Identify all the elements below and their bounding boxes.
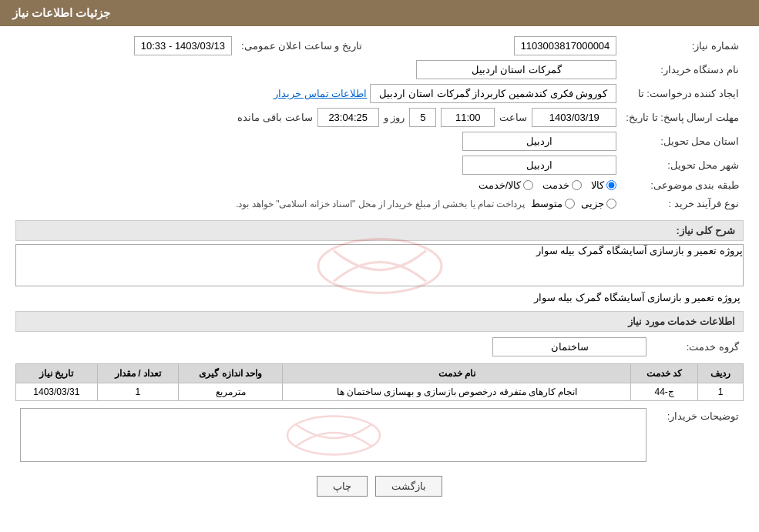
process-motavasset-label: متوسط: [531, 198, 563, 209]
td-row-num: 1: [698, 383, 744, 401]
category-khedmat-radio[interactable]: [572, 180, 582, 190]
process-row: جزیی متوسط پرداخت تمام یا بخشی از مبلغ خ…: [20, 198, 616, 209]
description-area: [15, 244, 744, 290]
process-jozvi-label: جزیی: [581, 198, 604, 209]
row-category: طبقه بندی موضوعی: کالا خدمت: [15, 177, 744, 193]
row-process: نوع فرآیند خرید : جزیی متوسط پرداخت تمام…: [15, 193, 744, 214]
th-unit: واحد اندازه گیری: [179, 364, 283, 383]
org-box: گمرکات استان اردبیل: [416, 60, 616, 79]
deadline-value: 1403/03/19 ساعت 11:00 5 روز و 23:04:25 س…: [15, 105, 621, 129]
request-number-label: شماره نیاز:: [621, 34, 744, 58]
row-province: استان محل تحویل: اردبیل: [15, 129, 744, 153]
th-quantity: تعداد / مقدار: [97, 364, 179, 383]
back-button[interactable]: بازگشت: [375, 476, 442, 497]
main-content: شماره نیاز: 1103003817000004 تاریخ و ساع…: [0, 26, 759, 514]
row-org: نام دستگاه خریدار: گمرکات استان اردبیل: [15, 58, 744, 82]
deadline-label: مهلت ارسال پاسخ: تا تاریخ:: [621, 105, 744, 129]
process-label: نوع فرآیند خرید :: [621, 193, 744, 214]
category-kala-label: کالا: [591, 179, 604, 191]
category-kala-khedmat-label: کالا/خدمت: [479, 179, 522, 191]
category-kala-item: کالا: [591, 179, 616, 191]
td-service-code: ج-44: [631, 383, 698, 401]
creator-label: ایجاد کننده درخواست: تا: [621, 82, 744, 105]
info-table: شماره نیاز: 1103003817000004 تاریخ و ساع…: [15, 34, 744, 214]
th-service-code: کد خدمت: [631, 364, 698, 383]
category-kala-khedmat-item: کالا/خدمت: [479, 179, 534, 191]
announcement-box: 1403/03/13 - 10:33: [134, 36, 232, 55]
deadline-date-box: 1403/03/19: [532, 108, 616, 127]
creator-row: کوروش فکری کندشمین کاربرداز گمرکات استان…: [20, 84, 616, 103]
category-radio-group: کالا خدمت کالا/خدمت: [20, 179, 616, 191]
td-unit: مترمربع: [179, 383, 283, 401]
deadline-days-box: 5: [409, 108, 436, 127]
category-khedmat-item: خدمت: [542, 179, 582, 191]
creator-box: کوروش فکری کندشمین کاربرداز گمرکات استان…: [370, 84, 616, 103]
buyer-notes-area: [20, 408, 646, 464]
process-motavasset-radio[interactable]: [565, 199, 575, 209]
province-box: اردبیل: [462, 132, 616, 151]
province-label: استان محل تحویل:: [621, 129, 744, 153]
services-header-row: ردیف کد خدمت نام خدمت واحد اندازه گیری ت…: [16, 364, 744, 383]
page-wrapper: جزئیات اطلاعات نیاز شماره نیاز: 11030038…: [0, 0, 759, 532]
services-section-label: اطلاعات خدمات مورد نیاز: [628, 316, 735, 327]
service-group-label: گروه خدمت:: [651, 335, 744, 359]
row-deadline: مهلت ارسال پاسخ: تا تاریخ: 1403/03/19 سا…: [15, 105, 744, 129]
category-radios: کالا خدمت کالا/خدمت: [15, 177, 621, 193]
page-title: جزئیات اطلاعات نیاز: [12, 6, 110, 19]
creator-value: کوروش فکری کندشمین کاربرداز گمرکات استان…: [15, 82, 621, 105]
row-buyer-notes: توضیحات خریدار:: [15, 406, 744, 467]
services-section-header: اطلاعات خدمات مورد نیاز: [15, 311, 744, 332]
service-group-value: ساختمان: [15, 335, 651, 359]
service-group-table: گروه خدمت: ساختمان: [15, 335, 744, 359]
deadline-remain-label: ساعت باقی مانده: [237, 112, 312, 123]
print-button[interactable]: چاپ: [317, 476, 368, 497]
request-number-box: 1103003817000004: [514, 36, 617, 55]
city-value: اردبیل: [15, 153, 621, 177]
category-kala-radio[interactable]: [606, 180, 616, 190]
service-group-box: ساختمان: [492, 337, 646, 356]
deadline-time-label: ساعت: [499, 112, 527, 123]
process-motavasset-item: متوسط: [531, 198, 575, 209]
deadline-remain-box: 23:04:25: [317, 108, 379, 127]
row-service-group: گروه خدمت: ساختمان: [15, 335, 744, 359]
buyer-notes-value: [15, 406, 651, 467]
td-service-name: انجام کارهای متفرقه درخصوص بازسازی و بهس…: [283, 383, 631, 401]
th-service-name: نام خدمت: [283, 364, 631, 383]
category-label: طبقه بندی موضوعی:: [621, 177, 744, 193]
contact-link[interactable]: اطلاعات تماس خریدار: [274, 88, 367, 99]
buyer-notes-label: توضیحات خریدار:: [651, 406, 744, 467]
description-section-label: شرح کلی نیاز:: [676, 225, 735, 236]
province-value: اردبیل: [15, 129, 621, 153]
table-row: 1 ج-44 انجام کارهای متفرقه درخصوص بازساز…: [16, 383, 744, 401]
th-date: تاریخ نیاز: [16, 364, 98, 383]
page-header: جزئیات اطلاعات نیاز: [0, 0, 759, 26]
process-jozvi-radio[interactable]: [606, 199, 616, 209]
deadline-time-box: 11:00: [441, 108, 495, 127]
process-value: جزیی متوسط پرداخت تمام یا بخشی از مبلغ خ…: [15, 193, 621, 214]
buttons-row: بازگشت چاپ: [15, 476, 744, 497]
services-table-header: ردیف کد خدمت نام خدمت واحد اندازه گیری ت…: [16, 364, 744, 383]
announcement-label: تاریخ و ساعت اعلان عمومی:: [237, 34, 367, 58]
process-description: پرداخت تمام یا بخشی از مبلغ خریدار از مح…: [236, 199, 525, 209]
td-date: 1403/03/31: [16, 383, 98, 401]
description-textarea[interactable]: [15, 244, 744, 286]
city-label: شهر محل تحویل:: [621, 153, 744, 177]
announcement-value: 1403/03/13 - 10:33: [15, 34, 237, 58]
category-kala-khedmat-radio[interactable]: [523, 180, 533, 190]
buyer-notes-table: توضیحات خریدار:: [15, 406, 744, 467]
td-quantity: 1: [97, 383, 179, 401]
buyer-notes-textarea[interactable]: [20, 408, 646, 462]
services-table-body: 1 ج-44 انجام کارهای متفرقه درخصوص بازساز…: [16, 383, 744, 401]
description-section-header: شرح کلی نیاز:: [15, 220, 744, 241]
city-box: اردبیل: [462, 156, 616, 175]
deadline-row: 1403/03/19 ساعت 11:00 5 روز و 23:04:25 س…: [20, 108, 616, 127]
th-row-num: ردیف: [698, 364, 744, 383]
org-value: گمرکات استان اردبیل: [15, 58, 621, 82]
row-request-number: شماره نیاز: 1103003817000004 تاریخ و ساع…: [15, 34, 744, 58]
request-number-value: 1103003817000004: [390, 34, 621, 58]
row-city: شهر محل تحویل: اردبیل: [15, 153, 744, 177]
org-label: نام دستگاه خریدار:: [621, 58, 744, 82]
process-jozvi-item: جزیی: [581, 198, 616, 209]
row-creator: ایجاد کننده درخواست: تا کوروش فکری کندشم…: [15, 82, 744, 105]
services-table: ردیف کد خدمت نام خدمت واحد اندازه گیری ت…: [15, 363, 744, 401]
